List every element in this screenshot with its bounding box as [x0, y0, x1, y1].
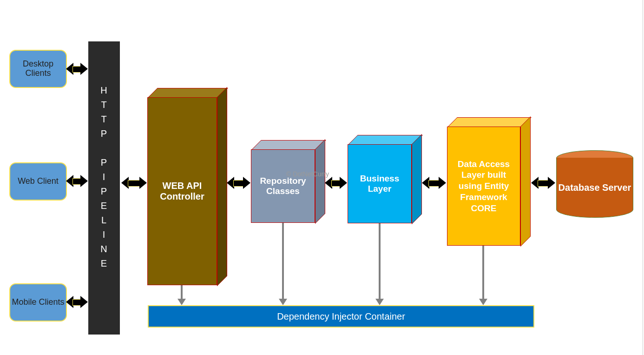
cube-repository-label: Repository Classes: [254, 176, 312, 196]
architecture-diagram: Desktop Clients Web Client Mobile Client…: [0, 0, 644, 355]
down-arrow-dal: [482, 246, 484, 299]
http-pipeline-label: H T T P P I P E L I N E: [88, 83, 120, 271]
http-pipeline: H T T P P I P E L I N E: [88, 41, 120, 335]
client-mobile: Mobile Clients: [9, 283, 67, 322]
arrow-dal-db: [531, 177, 555, 189]
arrow-mobile-pipeline: [66, 296, 88, 308]
cube-webapi-label: WEB API Controller: [151, 181, 214, 202]
client-web-label: Web Client: [18, 177, 59, 186]
cube-dal-label: Data Access Layer built using Entity Fra…: [450, 159, 517, 214]
down-arrow-biz: [379, 223, 381, 299]
di-container-label: Dependency Injector Container: [277, 311, 405, 322]
arrow-desktop-pipeline: [66, 63, 88, 75]
arrow-pipeline-webapi: [121, 177, 147, 189]
client-web: Web Client: [9, 162, 67, 201]
client-mobile-label: Mobile Clients: [12, 298, 64, 307]
down-arrow-repo: [282, 223, 284, 299]
client-desktop-label: Desktop Clients: [10, 60, 66, 78]
arrow-biz-dal: [422, 177, 446, 189]
page-edge: [643, 0, 643, 355]
cube-business-label: Business Layer: [351, 174, 408, 194]
client-desktop: Desktop Clients: [9, 50, 67, 88]
arrow-webapi-repo: [227, 177, 250, 189]
arrow-repo-biz: [325, 177, 347, 189]
database-server-label: Database Server: [559, 182, 631, 193]
watermark: © DotNetCurry: [286, 170, 329, 178]
arrow-web-pipeline: [66, 175, 88, 187]
down-arrow-webapi: [181, 285, 183, 299]
di-container: Dependency Injector Container: [148, 305, 534, 328]
